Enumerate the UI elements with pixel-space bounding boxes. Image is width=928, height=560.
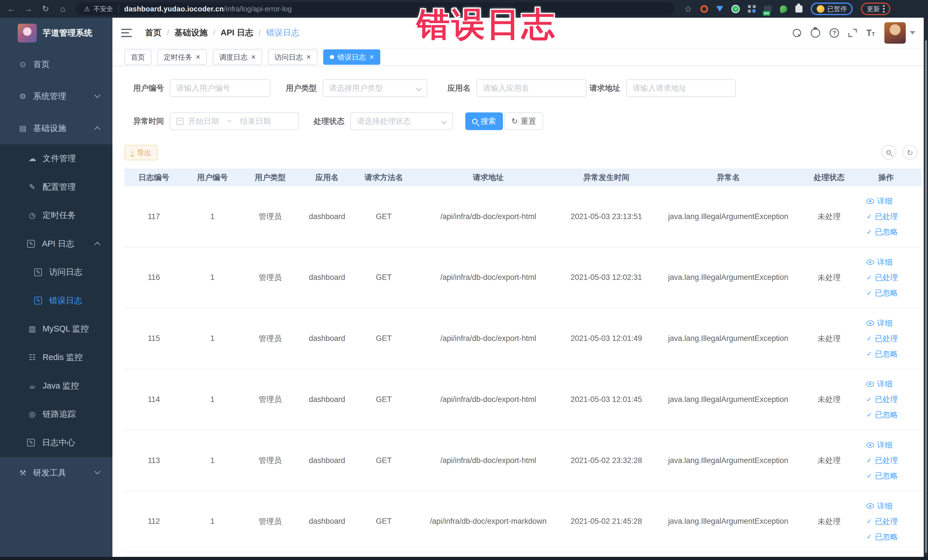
sidebar-item-12[interactable]: ◎链路追踪 — [0, 400, 112, 429]
scrollbar-thumb[interactable] — [925, 40, 927, 553]
sidebar-logo-row[interactable]: 芋道管理系统 — [0, 18, 112, 49]
extension-grid-icon[interactable] — [748, 5, 756, 13]
browser-home-icon[interactable] — [56, 0, 69, 18]
cell-method: GET — [355, 273, 412, 282]
sidebar-item-1[interactable]: ⚙系统管理 — [0, 81, 112, 112]
sidebar-item-label: 错误日志 — [49, 295, 82, 307]
action-detail-link[interactable]: 详细 — [866, 255, 905, 270]
browser-back-icon[interactable] — [5, 0, 18, 18]
tab-0[interactable]: 首页 — [124, 49, 151, 65]
fullscreen-icon[interactable] — [849, 29, 857, 37]
browser-update-menu-button[interactable]: 更新 — [861, 3, 890, 15]
sidebar-item-11[interactable]: ☕Java 监控 — [0, 372, 112, 400]
breadcrumb-item-2[interactable]: API 日志 — [221, 27, 253, 38]
breadcrumb-item-1[interactable]: 基础设施 — [175, 27, 208, 38]
sidebar-item-0[interactable]: ⊙首页 — [0, 49, 112, 81]
sidebar-item-2[interactable]: ▤基础设施 — [0, 112, 112, 144]
close-icon[interactable]: × — [196, 53, 200, 61]
extension-blue-icon[interactable] — [716, 6, 723, 12]
action-processed-link[interactable]: 已处理 — [866, 209, 905, 224]
cell-user-type: 管理员 — [241, 334, 299, 344]
sidebar-item-9[interactable]: ▥MySQL 监控 — [0, 315, 112, 343]
extension-on-icon[interactable]: on — [764, 6, 772, 12]
sidebar-item-5[interactable]: ◷定时任务 — [0, 201, 112, 230]
tab-1[interactable]: 定时任务× — [157, 49, 207, 65]
window-bottom-edge — [0, 557, 928, 560]
user-type-select[interactable]: 请选择用户类型 — [323, 79, 427, 97]
extension-green-v-icon[interactable]: V — [731, 5, 740, 13]
breadcrumb-item-0[interactable]: 首页 — [145, 27, 162, 38]
column-header-0: 日志编号 — [124, 172, 183, 183]
main-content: 用户编号 用户类型 请选择用户类型 应用名 请求地址 异常时间 开始日期 ~ — [112, 66, 924, 556]
sidebar-item-label: 访问日志 — [49, 267, 82, 278]
font-size-icon[interactable]: T — [866, 29, 875, 37]
tab-2[interactable]: 调度日志× — [213, 49, 262, 65]
scrollbar[interactable] — [924, 18, 928, 560]
action-detail-link[interactable]: 详细 — [866, 376, 905, 392]
reset-button[interactable]: 重置 — [504, 112, 543, 130]
bookmark-star-icon[interactable] — [684, 4, 692, 14]
action-processed-link[interactable]: 已处理 — [866, 392, 905, 407]
date-range-picker[interactable]: 开始日期 ~ 结束日期 — [170, 112, 299, 130]
cell-status: 未处理 — [808, 272, 850, 283]
sidebar-item-8[interactable]: ✎错误日志 — [0, 287, 112, 315]
search-button[interactable]: 搜索 — [465, 112, 503, 130]
check-icon — [866, 518, 872, 525]
action-detail-link[interactable]: 详细 — [866, 498, 905, 514]
action-ignored-link[interactable]: 已忽略 — [866, 468, 905, 484]
cell-log-id: 117 — [124, 212, 183, 221]
help-icon[interactable] — [830, 28, 839, 38]
browser-forward-icon[interactable] — [22, 0, 35, 18]
cell-exception-time: 2021-05-03 12:02:31 — [564, 273, 649, 282]
sidebar-item-label: 首页 — [33, 59, 50, 70]
tab-3[interactable]: 访问日志× — [268, 49, 317, 65]
extension-sprout-icon[interactable] — [779, 5, 788, 13]
app-name-input[interactable] — [476, 79, 586, 97]
tab-4[interactable]: 错误日志× — [323, 49, 380, 65]
action-processed-link[interactable]: 已处理 — [866, 514, 905, 529]
action-detail-link[interactable]: 详细 — [866, 194, 905, 209]
sidebar-item-14[interactable]: ⚒研发工具 — [0, 457, 112, 489]
export-button[interactable]: 导出 — [124, 145, 158, 160]
action-detail-link[interactable]: 详细 — [866, 316, 905, 331]
close-icon[interactable]: × — [251, 53, 256, 61]
extension-orange-icon[interactable] — [701, 5, 708, 13]
request-url-input[interactable] — [626, 79, 736, 97]
address-bar[interactable]: 不安全 dashboard.yudao.iocoder.cn/infra/log… — [76, 2, 675, 15]
action-ignored-link[interactable]: 已忽略 — [866, 346, 905, 362]
user-menu[interactable] — [884, 22, 916, 44]
close-icon[interactable]: × — [369, 53, 374, 61]
action-processed-link[interactable]: 已处理 — [866, 453, 905, 468]
action-detail-link[interactable]: 详细 — [866, 437, 905, 453]
user-id-input[interactable] — [170, 79, 270, 97]
sidebar-item-4[interactable]: ✎配置管理 — [0, 173, 112, 201]
action-ignored-link[interactable]: 已忽略 — [866, 407, 905, 423]
search-icon — [886, 150, 891, 155]
action-ignored-link[interactable]: 已忽略 — [866, 529, 905, 545]
sidebar-item-3[interactable]: ☁文件管理 — [0, 144, 112, 173]
search-icon[interactable] — [793, 29, 801, 37]
action-ignored-link[interactable]: 已忽略 — [866, 285, 905, 301]
check-icon — [866, 275, 872, 281]
sidebar-item-10[interactable]: ☷Redis 监控 — [0, 343, 112, 372]
toggle-search-button[interactable] — [881, 145, 896, 160]
action-ignored-link[interactable]: 已忽略 — [866, 224, 905, 240]
sidebar-item-13[interactable]: ✎日志中心 — [0, 429, 112, 457]
hamburger-icon[interactable] — [121, 29, 132, 37]
action-processed-link[interactable]: 已处理 — [866, 331, 905, 346]
browser-reload-icon[interactable] — [39, 0, 52, 18]
sidebar-item-7[interactable]: ✎访问日志 — [0, 258, 112, 287]
column-header-1: 用户编号 — [183, 172, 241, 183]
extensions-puzzle-icon[interactable] — [795, 5, 803, 12]
cell-request-url: /api/infra/db-doc/export-html — [412, 395, 564, 404]
paused-badge[interactable]: 已暂停 — [811, 3, 853, 15]
action-processed-link[interactable]: 已处理 — [866, 270, 905, 285]
process-status-select[interactable]: 请选择处理状态 — [350, 112, 453, 130]
refresh-table-button[interactable] — [903, 145, 917, 160]
close-icon[interactable]: × — [307, 53, 311, 61]
cell-exception-name: java.lang.IllegalArgumentException — [649, 395, 808, 404]
github-icon[interactable] — [811, 28, 820, 38]
sidebar-item-6[interactable]: ✎API 日志 — [0, 230, 112, 258]
cell-actions: 详细已处理已忽略 — [850, 498, 922, 545]
security-label[interactable]: 不安全 — [93, 5, 113, 14]
